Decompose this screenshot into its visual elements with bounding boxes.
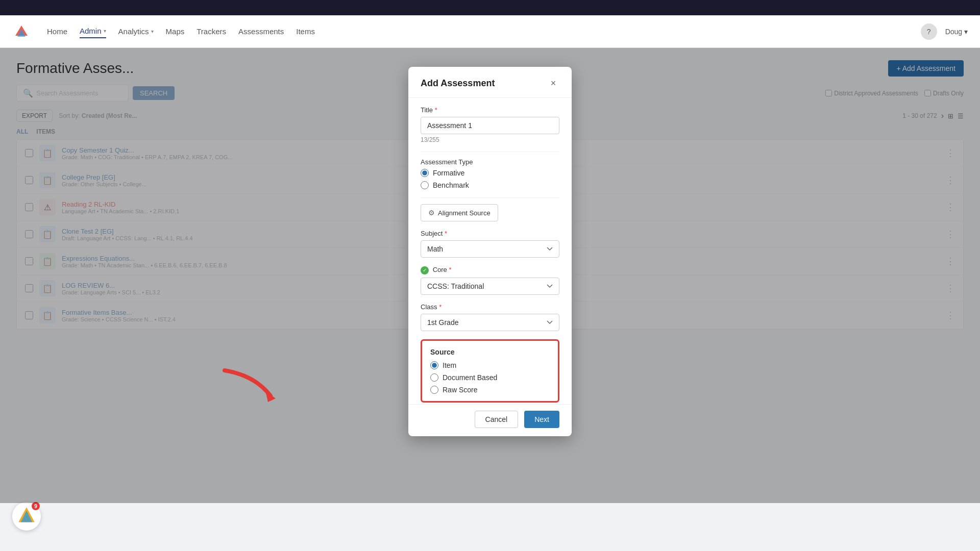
top-bar: [0, 0, 980, 15]
char-count: 13/255: [421, 136, 559, 143]
document-based-label: Document Based: [443, 373, 497, 382]
item-label: Item: [443, 361, 456, 369]
nav-bar: Home Admin ▾ Analytics ▾ Maps Trackers A…: [0, 15, 980, 48]
nav-analytics[interactable]: Analytics ▾: [118, 25, 154, 38]
logo[interactable]: [12, 22, 31, 41]
chevron-down-icon: ▾: [151, 29, 154, 34]
nav-items: Home Admin ▾ Analytics ▾ Maps Trackers A…: [47, 24, 904, 38]
formative-radio-option[interactable]: Formative: [421, 169, 559, 177]
raw-score-radio-option[interactable]: Raw Score: [430, 386, 550, 394]
subject-select[interactable]: Math Language Arts Science: [421, 240, 559, 258]
raw-score-radio[interactable]: [430, 386, 438, 394]
subject-label: Subject *: [421, 230, 559, 237]
source-label: Source: [430, 348, 550, 356]
subject-form-group: Subject * Math Language Arts Science: [421, 230, 559, 258]
next-button[interactable]: Next: [524, 411, 559, 428]
source-section: Source Item Document Based Raw Score: [421, 339, 559, 403]
nav-assessments[interactable]: Assessments: [238, 25, 284, 38]
benchmark-label: Benchmark: [433, 181, 469, 189]
modal-title: Add Assessment: [421, 78, 495, 89]
benchmark-radio[interactable]: [421, 181, 429, 189]
class-label: Class *: [421, 303, 559, 311]
core-form-group: Core * CCSS: Traditional CCSS: ELA TN Ac…: [421, 266, 559, 295]
assessment-type-form-group: Assessment Type Formative Benchmark: [421, 158, 559, 189]
core-select[interactable]: CCSS: Traditional CCSS: ELA TN Academic …: [421, 278, 559, 295]
modal-body: Title * 13/255 Assessment Type Formative: [408, 98, 572, 404]
nav-items[interactable]: Items: [296, 25, 315, 38]
class-form-group: Class * 1st Grade 2nd Grade 3rd Grade: [421, 303, 559, 331]
modal-close-button[interactable]: ×: [547, 77, 559, 89]
user-menu[interactable]: Doug ▾: [945, 28, 968, 36]
core-check-icon: [421, 266, 429, 274]
source-radio-group: Item Document Based Raw Score: [430, 361, 550, 394]
title-input[interactable]: [421, 117, 559, 134]
document-based-radio-option[interactable]: Document Based: [430, 373, 550, 382]
core-label: Core *: [421, 266, 559, 274]
alignment-source-button[interactable]: ⚙ Alignment Source: [421, 204, 498, 221]
add-assessment-modal: Add Assessment × Title * 13/255 Assessme…: [408, 67, 572, 436]
chevron-down-icon: ▾: [104, 28, 106, 34]
class-select[interactable]: 1st Grade 2nd Grade 3rd Grade: [421, 314, 559, 331]
modal-overlay: Add Assessment × Title * 13/255 Assessme…: [0, 48, 980, 503]
bottom-logo[interactable]: 9: [12, 502, 41, 531]
assessment-type-radio-group: Formative Benchmark: [421, 169, 559, 189]
cancel-button[interactable]: Cancel: [475, 411, 519, 428]
raw-score-label: Raw Score: [443, 386, 477, 394]
benchmark-radio-option[interactable]: Benchmark: [421, 181, 559, 189]
help-icon[interactable]: ?: [921, 23, 937, 40]
item-radio[interactable]: [430, 361, 438, 369]
formative-radio[interactable]: [421, 169, 429, 177]
alignment-source-form-group: ⚙ Alignment Source: [421, 204, 559, 221]
nav-trackers[interactable]: Trackers: [197, 25, 226, 38]
nav-home[interactable]: Home: [47, 25, 67, 38]
gear-icon: ⚙: [428, 209, 435, 217]
document-based-radio[interactable]: [430, 373, 438, 382]
main-content: Formative Asses... + Add Assessment 🔍 Se…: [0, 48, 980, 551]
notification-badge: 9: [32, 502, 40, 510]
modal-header: Add Assessment ×: [408, 67, 572, 98]
item-radio-option[interactable]: Item: [430, 361, 550, 369]
assessment-type-label: Assessment Type: [421, 158, 559, 166]
modal-footer: Cancel Next: [408, 404, 572, 436]
title-form-group: Title * 13/255: [421, 106, 559, 143]
formative-label: Formative: [433, 169, 464, 177]
nav-maps[interactable]: Maps: [166, 25, 185, 38]
nav-admin[interactable]: Admin ▾: [80, 24, 106, 38]
title-label: Title *: [421, 106, 559, 114]
nav-right: ? Doug ▾: [921, 23, 968, 40]
